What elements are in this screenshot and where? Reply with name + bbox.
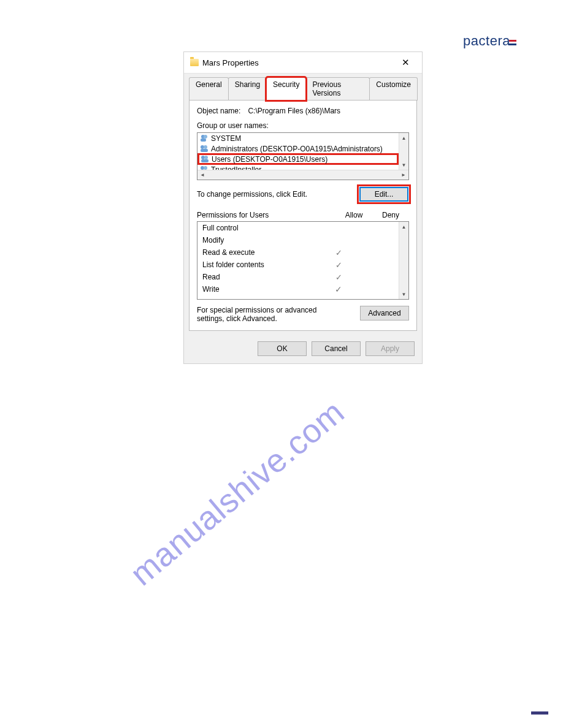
tab-previous-versions[interactable]: Previous Versions [305, 77, 370, 100]
tab-sharing[interactable]: Sharing [228, 77, 267, 100]
check-icon: ✓ [320, 260, 357, 270]
svg-point-5 [204, 135, 207, 138]
scroll-right-icon[interactable]: ► [399, 170, 408, 180]
edit-button-highlight: Edit... [359, 186, 409, 202]
vertical-scrollbar[interactable]: ▲ ▼ [399, 222, 408, 299]
watermark-text: manualshive.com [123, 392, 351, 593]
apply-button[interactable]: Apply [366, 341, 415, 356]
svg-point-7 [204, 145, 207, 149]
svg-rect-0 [509, 40, 516, 42]
folder-icon [190, 59, 199, 66]
scroll-up-icon[interactable]: ▲ [399, 133, 408, 143]
vertical-scrollbar[interactable]: ▲ ▼ [399, 133, 408, 170]
permissions-header: Permissions for Users [197, 211, 335, 219]
horizontal-scrollbar[interactable]: ◄ ► [197, 170, 408, 180]
group-listbox[interactable]: SYSTEM Administrators (DESKTOP-O0A1915\A… [197, 132, 409, 180]
object-name-value: C:\Program Files (x86)\Mars [248, 107, 340, 115]
close-button[interactable]: ✕ [395, 56, 416, 69]
svg-rect-11 [201, 159, 209, 162]
object-name-label: Object name: [197, 107, 240, 115]
scroll-down-icon[interactable]: ▼ [399, 289, 408, 299]
allow-header: Allow [335, 211, 372, 219]
deny-header: Deny [372, 211, 409, 219]
scroll-left-icon[interactable]: ◄ [197, 170, 207, 180]
list-item[interactable]: Administrators (DESKTOP-O0A1915\Administ… [197, 143, 399, 154]
advanced-button[interactable]: Advanced [360, 306, 409, 320]
svg-rect-4 [201, 138, 206, 142]
dialog-title: Mars Properties [202, 58, 259, 67]
check-icon: ✓ [320, 273, 357, 282]
users-icon [200, 145, 209, 153]
scroll-down-icon[interactable]: ▼ [399, 160, 408, 170]
security-panel: Object name: C:\Program Files (x86)\Mars… [189, 100, 417, 331]
page-footer-bar [531, 711, 548, 715]
permission-row[interactable]: Read ✓ [197, 271, 399, 283]
tab-security[interactable]: Security [266, 77, 306, 100]
advanced-label: For special permissions or advanced sett… [197, 306, 338, 323]
permissions-listbox[interactable]: Full control Modify Read & execute ✓ Lis… [197, 221, 409, 300]
user-icon [200, 134, 209, 142]
tab-general[interactable]: General [189, 77, 229, 100]
dialog-button-row: OK Cancel Apply [184, 336, 422, 363]
users-icon [201, 155, 209, 163]
permission-row[interactable]: List folder contents ✓ [197, 259, 399, 271]
tab-customize[interactable]: Customize [369, 77, 418, 100]
permission-row[interactable]: Read & execute ✓ [197, 246, 399, 259]
permission-row[interactable]: Modify [197, 234, 399, 246]
titlebar: Mars Properties ✕ [184, 52, 422, 74]
svg-rect-2 [509, 44, 516, 45]
svg-point-10 [204, 156, 208, 159]
group-label: Group or user names: [197, 121, 409, 130]
list-item[interactable]: SYSTEM [197, 133, 399, 143]
check-icon: ✓ [320, 248, 357, 257]
check-icon: ✓ [320, 284, 357, 294]
list-item-selected[interactable]: Users (DESKTOP-O0A1915\Users) [197, 153, 399, 165]
change-permissions-label: To change permissions, click Edit. [197, 190, 307, 199]
ok-button[interactable]: OK [258, 341, 307, 356]
pactera-logo: pactera [463, 33, 516, 49]
permission-row[interactable]: Full control [197, 222, 399, 234]
scroll-up-icon[interactable]: ▲ [399, 222, 408, 232]
tab-strip: General Sharing Security Previous Versio… [184, 74, 422, 100]
cancel-button[interactable]: Cancel [312, 341, 361, 356]
properties-dialog: Mars Properties ✕ General Sharing Securi… [183, 51, 423, 364]
svg-rect-8 [201, 149, 208, 152]
svg-rect-1 [509, 42, 516, 44]
permission-row[interactable]: Write ✓ [197, 283, 399, 295]
flag-icon [509, 33, 516, 49]
edit-button[interactable]: Edit... [360, 188, 408, 201]
